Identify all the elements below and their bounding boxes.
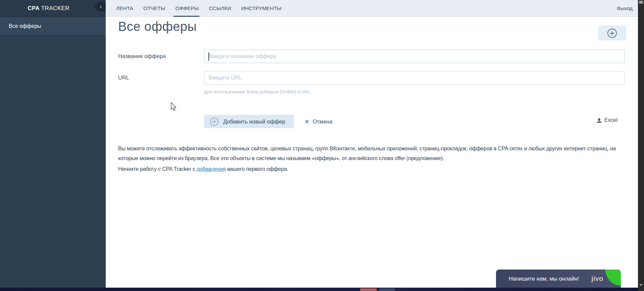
add-offer-button[interactable] [598,26,626,41]
start-suffix: вашего первого оффера. [226,166,289,172]
start-paragraph: Начните работу с CPA Tracker с добавлени… [118,166,288,172]
taskbar-item[interactable] [360,288,377,291]
cancel-button[interactable]: ✕ Отмена [305,115,333,128]
chat-widget[interactable]: Напишите нам, мы онлайн! jivo [496,270,621,288]
offer-url-label: URL [118,75,129,81]
submit-offer-button[interactable]: Добавить новый оффер [204,115,294,128]
page-title: Все офферы [118,19,197,34]
logout-link[interactable]: Выход [617,0,638,16]
start-prefix: Начните работу с CPA Tracker с [118,166,197,172]
sidebar-item-all-offers[interactable]: Все офферы [0,17,106,36]
sidebar-collapse-button[interactable]: ‹ [94,1,106,11]
plus-circle-icon [210,117,219,126]
submit-offer-label: Добавить новый оффер [223,118,285,125]
scrollbar-thumb[interactable] [639,1,643,4]
main-nav-tabs: ЛЕНТА ОТЧЕТЫ ОФФЕРЫ ССЫЛКИ ИНСТРУМЕНТЫ [111,0,287,16]
upload-icon [596,117,602,123]
intro-paragraph: Вы можете отслеживать эффективность собс… [118,144,624,163]
main-content: Все офферы Название оффера URL Для испол… [106,17,638,288]
sidebar: CPA TRACKER ‹ Все офферы [0,0,106,291]
topbar: ЛЕНТА ОТЧЕТЫ ОФФЕРЫ ССЫЛКИ ИНСТРУМЕНТЫ В… [106,0,638,17]
tab-offery[interactable]: ОФФЕРЫ [170,0,204,16]
app-logo[interactable]: CPA TRACKER [28,5,78,12]
subid-hint: Для использования SubId добавьте [SUBID]… [204,89,310,94]
excel-label: Excel [604,117,617,123]
sidebar-item-label: Все офферы [9,23,41,29]
close-icon: ✕ [305,118,309,125]
text-caret [208,52,209,61]
scrollbar-track[interactable] [638,0,644,291]
add-first-offer-link[interactable]: добавления [197,166,226,172]
offer-name-label: Название оффера [118,53,166,59]
chevron-left-icon: ‹ [100,4,102,9]
jivo-logo: jivo [591,275,603,283]
cancel-label: Отмена [312,118,332,125]
logo-bold-text: CPA [28,5,40,11]
sidebar-header: CPA TRACKER ‹ [0,0,106,17]
app-window: { "sidebar": { "logo_bold": "CPA", "logo… [0,0,644,291]
tab-otchety[interactable]: ОТЧЕТЫ [138,0,170,16]
plus-circle-icon [607,28,617,38]
offer-url-input[interactable] [204,71,625,85]
logo-rest-text: TRACKER [40,5,69,11]
taskbar-item[interactable] [379,288,395,291]
tab-ssylki[interactable]: ССЫЛКИ [204,0,236,16]
chat-message: Напишите нам, мы онлайн! [509,276,579,282]
leaf-icon [605,270,621,286]
offer-name-input[interactable] [204,50,625,63]
taskbar [0,288,644,291]
tab-lenta[interactable]: ЛЕНТА [111,0,138,16]
excel-upload-button[interactable]: Excel [596,117,617,123]
scroll-down-arrow-icon[interactable] [639,284,643,286]
tab-instrumenty[interactable]: ИНСТРУМЕНТЫ [236,0,287,16]
